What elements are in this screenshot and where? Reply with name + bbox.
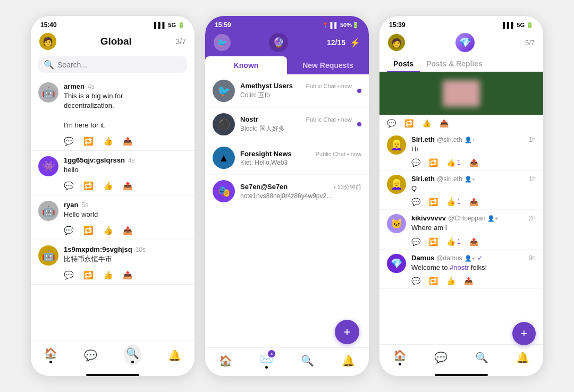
phone3-tab-posts[interactable]: Posts: [387, 55, 420, 72]
follow-icon[interactable]: 👤+: [487, 215, 498, 222]
p3-like-icon[interactable]: 👍 1: [446, 198, 461, 206]
search-bar[interactable]: 🔍: [38, 56, 187, 73]
bell-nav[interactable]: 🔔: [168, 349, 181, 362]
dm-type: Public Chat • now: [306, 116, 352, 123]
chat-nav-3[interactable]: 💬: [434, 351, 448, 364]
dm-item[interactable]: 🐦 Amethyst Users Public Chat • now Colin…: [205, 74, 369, 108]
flash-icon[interactable]: ⚡: [350, 38, 360, 48]
share-icon[interactable]: 📤: [123, 226, 133, 235]
share-icon[interactable]: 📤: [123, 181, 133, 191]
dm-item[interactable]: ▲ Foresight News Public Chat • now Kiet:…: [205, 141, 369, 175]
phone2-user-avatar[interactable]: 🐦: [214, 34, 231, 51]
dm-list: 🐦 Amethyst Users Public Chat • now Colin…: [205, 74, 369, 347]
p3-post-header: 🐱 kikivvvvvv @Chloeppan 👤+ 2h Where am I…: [387, 214, 536, 249]
search-icon: 🔍: [44, 59, 54, 70]
phone2-bottom-nav: 🏠 ✉️ 4 🔍 🔔: [205, 347, 369, 376]
p3-text: Q: [411, 184, 536, 193]
search-input[interactable]: [57, 61, 182, 69]
p3-like-icon[interactable]: 👍 1: [446, 158, 461, 167]
dm-item[interactable]: 🎭 Se7en@Se7en • 13分钟前 note1nvs88nej0r4z8…: [205, 175, 369, 208]
like-icon[interactable]: 👍: [103, 181, 113, 191]
dm-tab-newrequests[interactable]: New Requests: [287, 56, 369, 74]
p3-time: 1h: [529, 136, 536, 143]
phone3-tab-posts&replies[interactable]: Posts & Replies: [420, 55, 489, 72]
follow-icon[interactable]: 👤+: [465, 255, 475, 262]
p3-post-avatar: 👱‍♀️: [387, 175, 406, 194]
home-nav[interactable]: 🏠: [44, 347, 57, 363]
p3-reply-icon[interactable]: 💬: [411, 237, 420, 246]
p3-share-icon[interactable]: 📤: [464, 277, 473, 285]
follow-icon[interactable]: 👤+: [465, 137, 475, 143]
p3-reply-icon[interactable]: 💬: [411, 277, 420, 285]
search-nav-3[interactable]: 🔍: [475, 351, 488, 364]
user-avatar[interactable]: 🧑: [39, 33, 56, 50]
repost-icon[interactable]: 🔁: [83, 270, 94, 280]
unread-dot: [357, 89, 361, 93]
p3-repost-icon[interactable]: 🔁: [429, 277, 438, 285]
post-body: 1gg65qjv:gslqrssn 4s hello 💬 🔁 👍 📤: [64, 156, 187, 195]
p3-share-icon[interactable]: 📤: [469, 198, 478, 206]
reply-icon[interactable]: 💬: [64, 137, 74, 146]
reply-icon-img[interactable]: 💬: [387, 119, 396, 127]
share-icon[interactable]: 📤: [123, 270, 133, 280]
bell-nav-2[interactable]: 🔔: [342, 354, 355, 367]
like-icon[interactable]: 👍: [103, 270, 113, 280]
network-3: 5G: [517, 22, 525, 28]
p3-handle: @Chloeppan: [448, 215, 485, 222]
p3-repost-icon[interactable]: 🔁: [429, 158, 438, 167]
phone3-fab[interactable]: +: [512, 322, 536, 345]
p3-time: 9h: [529, 254, 536, 262]
repost-icon-img[interactable]: 🔁: [404, 119, 413, 127]
p3-username: Damus: [411, 254, 434, 262]
p3-like-icon[interactable]: 👍: [446, 277, 455, 285]
repost-icon[interactable]: 🔁: [83, 181, 94, 191]
home-nav-3[interactable]: 🏠: [393, 349, 407, 365]
signal-2: ▌▌: [330, 22, 339, 28]
dm-item[interactable]: ⚫ Nostr Public Chat • now Block: 国人好多: [205, 108, 369, 141]
phone3-tabs: PostsPosts & Replies: [379, 55, 543, 72]
post-avatar: 🤖: [38, 245, 58, 266]
dm-tab-known[interactable]: Known: [205, 56, 287, 74]
battery-2: 50%🔋: [340, 22, 359, 29]
network-label: 5G: [168, 22, 176, 28]
p3-like-icon[interactable]: 👍 1: [446, 237, 461, 246]
search-nav-2[interactable]: 🔍: [301, 354, 314, 367]
bell-nav-3[interactable]: 🔔: [516, 351, 529, 364]
dm-top: Foresight News Public Chat • now: [240, 150, 361, 158]
p3-reply-icon[interactable]: 💬: [411, 158, 420, 167]
p3-meta-top: Siri.eth @siri.eth 👤+ 1h: [411, 175, 536, 183]
share-icon[interactable]: 📤: [123, 137, 133, 146]
repost-icon[interactable]: 🔁: [83, 226, 94, 235]
dm-name: Nostr: [240, 115, 258, 123]
reply-icon[interactable]: 💬: [64, 270, 74, 280]
share-icon-img[interactable]: 📤: [440, 119, 449, 127]
phone-1: 15:40 ▌▌▌ 5G 🔋 🧑 Global 3/7 🔍 🤖 armen 4s…: [30, 15, 195, 377]
phone3-user-avatar[interactable]: 🧑: [388, 34, 405, 51]
p3-reply-icon[interactable]: 💬: [411, 198, 420, 206]
post-body: ryan 5s Hello world 💬 🔁 👍 📤: [64, 201, 187, 240]
p3-share-icon[interactable]: 📤: [469, 237, 478, 246]
p3-post-meta: kikivvvvvv @Chloeppan 👤+ 2h Where am I 💬…: [411, 214, 536, 249]
page-count: 3/7: [176, 37, 186, 46]
reply-icon[interactable]: 💬: [64, 226, 74, 235]
dm-counter: 12/15: [327, 38, 345, 47]
p3-actions: 💬 🔁 👍 1 📤: [411, 156, 536, 170]
p3-post-header: 💎 Damus @damus 👤+ ✓ 9h Welcome to #nostr…: [387, 254, 536, 288]
chat-nav[interactable]: 💬: [84, 349, 97, 362]
follow-icon[interactable]: 👤+: [465, 176, 475, 183]
home-nav-2[interactable]: 🏠: [219, 354, 232, 367]
p3-share-icon[interactable]: 📤: [469, 158, 478, 167]
reply-icon[interactable]: 💬: [64, 181, 74, 191]
compose-fab[interactable]: +: [335, 320, 359, 344]
like-icon[interactable]: 👍: [103, 226, 113, 235]
phone3-header: 🧑 💎 5/7: [379, 31, 543, 55]
like-icon[interactable]: 👍: [103, 137, 113, 146]
like-icon-img[interactable]: 👍: [422, 119, 431, 127]
p3-repost-icon[interactable]: 🔁: [429, 237, 438, 246]
repost-icon[interactable]: 🔁: [83, 137, 94, 146]
search-nav[interactable]: 🔍: [124, 345, 141, 365]
post-meta: 1gg65qjv:gslqrssn 4s: [64, 156, 187, 164]
dm-avatar: 🎭: [213, 180, 235, 202]
p3-post-meta: Siri.eth @siri.eth 👤+ 1h Hi 💬 🔁 👍 1 📤: [411, 135, 536, 170]
p3-repost-icon[interactable]: 🔁: [429, 198, 438, 206]
